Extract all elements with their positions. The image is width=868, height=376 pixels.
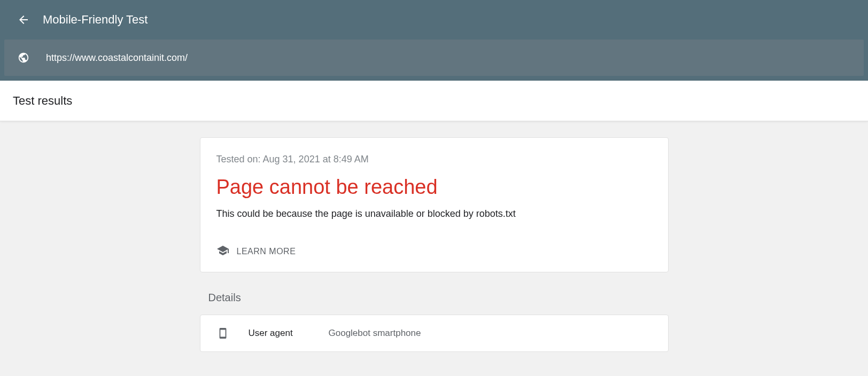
result-card: Tested on: Aug 31, 2021 at 8:49 AM Page … bbox=[200, 137, 669, 272]
app-header: Mobile-Friendly Test bbox=[0, 0, 868, 40]
tested-on-label: Tested on: Aug 31, 2021 at 8:49 AM bbox=[216, 154, 652, 165]
details-section: Details User agent Googlebot smartphone bbox=[200, 292, 669, 352]
arrow-left-icon bbox=[17, 13, 30, 26]
details-value: Googlebot smartphone bbox=[329, 328, 421, 339]
details-heading: Details bbox=[200, 292, 669, 304]
graduation-cap-icon bbox=[216, 244, 229, 259]
back-button[interactable] bbox=[13, 9, 34, 30]
tested-url: https://www.coastalcontainit.com/ bbox=[46, 52, 188, 64]
status-description: This could be because the page is unavai… bbox=[216, 208, 652, 220]
url-bar[interactable]: https://www.coastalcontainit.com/ bbox=[4, 40, 864, 76]
learn-more-label: LEARN MORE bbox=[237, 247, 296, 256]
details-row-user-agent[interactable]: User agent Googlebot smartphone bbox=[200, 315, 669, 352]
page-title: Mobile-Friendly Test bbox=[43, 13, 148, 27]
smartphone-icon bbox=[216, 327, 229, 340]
globe-icon bbox=[17, 51, 30, 64]
learn-more-link[interactable]: LEARN MORE bbox=[216, 244, 652, 259]
tab-test-results[interactable]: Test results bbox=[13, 94, 72, 108]
details-key: User agent bbox=[249, 328, 329, 339]
main-content: Tested on: Aug 31, 2021 at 8:49 AM Page … bbox=[0, 121, 868, 373]
tabs-bar: Test results bbox=[0, 81, 868, 121]
status-heading: Page cannot be reached bbox=[216, 176, 652, 199]
